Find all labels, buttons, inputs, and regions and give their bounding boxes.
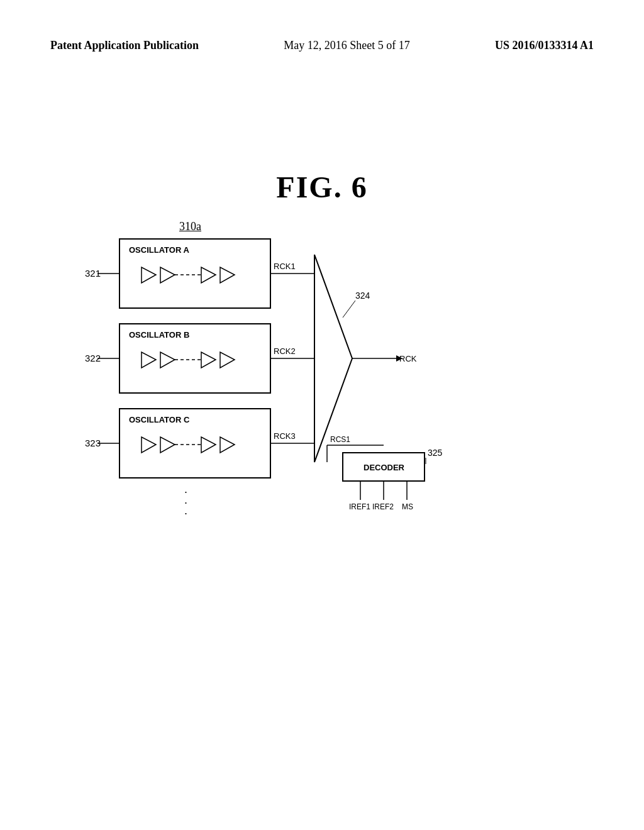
oscillator-b-label: OSCILLATOR B [129, 330, 189, 340]
rck3-label: RCK3 [274, 431, 296, 441]
osc-a-tri4 [220, 267, 235, 283]
patent-number: US 2016/0133314 A1 [495, 38, 594, 53]
osc-c-tri3 [201, 437, 216, 453]
osc-b-tri3 [201, 352, 216, 368]
ellipsis-dots3: · [184, 507, 187, 519]
oscillator-a-label: OSCILLATOR A [129, 245, 189, 255]
rck-output-label: RCK [399, 354, 417, 363]
diagram-svg: OSCILLATOR A OSCILLATOR B OSCILLATOR C [63, 220, 579, 585]
ms-label: MS [402, 502, 413, 511]
osc-b-tri4 [220, 352, 235, 368]
ref-325-label: 325 [428, 448, 443, 458]
sheet-info: May 12, 2016 Sheet 5 of 17 [284, 38, 409, 53]
diagram: 310a OSCILLATOR A OSCILLATOR B [63, 220, 579, 597]
rck2-label: RCK2 [274, 346, 296, 356]
osc-a-tri2 [160, 267, 175, 283]
ref-323-label: 323 [85, 438, 101, 448]
iref2-label: IREF2 [372, 502, 394, 511]
publication-label: Patent Application Publication [50, 38, 199, 53]
osc-b-tri2 [160, 352, 175, 368]
osc-b-tri1 [142, 352, 156, 368]
rcs1-label: RCS1 [330, 435, 350, 444]
ref-324-arrow [343, 301, 355, 318]
ref-324-label: 324 [355, 290, 370, 301]
page: Patent Application Publication May 12, 2… [0, 0, 644, 830]
iref1-label: IREF1 [349, 502, 370, 511]
ref-322-label: 322 [85, 353, 101, 363]
rck1-label: RCK1 [274, 262, 296, 271]
oscillator-c-label: OSCILLATOR C [129, 415, 190, 424]
osc-c-tri4 [220, 437, 235, 453]
osc-c-tri2 [160, 437, 175, 453]
decoder-label: DECODER [364, 463, 405, 472]
osc-c-tri1 [142, 437, 156, 453]
header: Patent Application Publication May 12, 2… [0, 38, 644, 53]
osc-a-tri3 [201, 267, 216, 283]
mux-triangle [314, 255, 352, 462]
ref-321-label: 321 [85, 268, 101, 279]
osc-a-tri1 [142, 267, 156, 283]
figure-title: FIG. 6 [0, 170, 644, 204]
